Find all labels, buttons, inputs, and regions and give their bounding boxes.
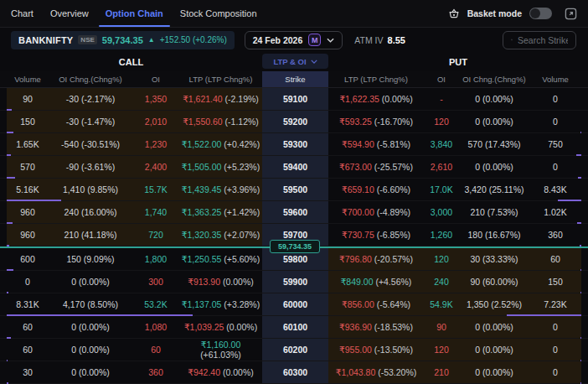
- expiry-selector[interactable]: 24 Feb 2026 M: [245, 31, 343, 49]
- put-oi-change: 0 (0.00%): [459, 345, 529, 355]
- call-oi-change: -90 (-3.61%): [49, 162, 132, 172]
- strike-cell: 59900: [262, 271, 328, 293]
- put-oi-change: 90 (60.00%): [459, 277, 529, 287]
- instrument-chip[interactable]: BANKNIFTY NSE 59,734.35 ▲ +152.50 (+0.26…: [11, 31, 235, 49]
- expand-icon[interactable]: [565, 8, 577, 20]
- strike-cell: 59100: [262, 88, 328, 110]
- put-ltp: ₹1,043.80 (-53.20%): [328, 367, 424, 377]
- put-oi-change: 1,350 (2.52%): [459, 299, 529, 309]
- col-call-oi-chng: OI Chng.(Chng%): [49, 75, 132, 84]
- call-section-title: CALL: [0, 52, 262, 71]
- table-row[interactable]: 960240 (16.00%)1,740₹1,363.25 (+1.42%)59…: [0, 201, 588, 224]
- mode-select-value: LTP & OI: [273, 57, 306, 66]
- put-volume: 360: [529, 230, 581, 240]
- put-volume: 7.23K: [529, 299, 581, 309]
- call-ltp: ₹1,505.00 (+5.23%): [179, 162, 262, 172]
- put-ltp: ₹594.90 (-5.81%): [328, 139, 424, 149]
- put-oi: 210: [424, 367, 459, 377]
- call-volume: 960: [7, 230, 49, 240]
- strike-cell: 59200: [262, 111, 328, 132]
- call-oi: 1,800: [132, 254, 179, 264]
- call-oi-change: 0 (0.00%): [49, 277, 132, 287]
- put-oi: 120: [424, 117, 459, 127]
- table-row[interactable]: 300 (0.00%)360₹942.40 (0.00%)60300₹1,043…: [0, 361, 588, 384]
- call-ltp: ₹1,039.25 (0.00%): [179, 322, 262, 332]
- strike-cell: 60200: [262, 339, 328, 361]
- put-oi-change: 0 (0.00%): [459, 162, 529, 172]
- spot-price: 59,734.35: [102, 35, 143, 45]
- put-oi-bar: [558, 200, 581, 201]
- table-row[interactable]: 600 (0.00%)1,080₹1,039.25 (0.00%)60100₹9…: [0, 316, 588, 339]
- monthly-badge: M: [308, 34, 321, 46]
- put-section-title: PUT: [328, 52, 588, 71]
- table-row[interactable]: 150-30 (-1.47%)2,010₹1,550.60 (-1.12%)59…: [0, 111, 588, 133]
- table-row[interactable]: 570-90 (-3.61%)2,400₹1,505.00 (+5.23%)59…: [0, 156, 588, 179]
- call-volume: 960: [7, 207, 49, 217]
- put-volume: 0: [529, 367, 581, 377]
- tab-option-chain[interactable]: Option Chain: [106, 0, 163, 27]
- call-ltp: ₹1,160.00 (+61.03%): [179, 340, 262, 360]
- col-call-volume: Volume: [7, 75, 49, 84]
- call-oi-change: -30 (-1.47%): [49, 117, 132, 127]
- put-oi: 3,840: [424, 139, 459, 149]
- put-oi-bar: [580, 269, 581, 271]
- put-oi-bar: [580, 292, 581, 293]
- strike-cell: 60100: [262, 316, 328, 338]
- call-volume: 570: [7, 162, 49, 172]
- call-ltp: ₹1,621.40 (-2.19%): [179, 94, 262, 104]
- put-volume: 0: [529, 117, 581, 127]
- toolbar: BANKNIFTY NSE 59,734.35 ▲ +152.50 (+0.26…: [0, 28, 588, 52]
- put-ltp: ₹700.00 (-4.89%): [328, 207, 424, 217]
- col-call-ltp: LTP (LTP Chng%): [179, 75, 262, 84]
- put-oi-change: 0 (0.00%): [459, 322, 529, 332]
- put-oi-bar: [507, 314, 581, 316]
- basket-mode-toggle[interactable]: [529, 8, 552, 19]
- call-oi-change: 0 (0.00%): [49, 322, 132, 332]
- price-up-icon: ▲: [148, 36, 155, 44]
- search-strike-input[interactable]: [518, 35, 568, 45]
- strike-cell: 60000: [262, 293, 328, 315]
- price-change: +152.50 (+0.26%): [160, 35, 227, 44]
- put-oi-bar: [580, 132, 581, 133]
- put-oi-bar: [576, 154, 581, 156]
- strike-cell: 59400: [262, 156, 328, 178]
- exchange-badge: NSE: [78, 35, 96, 44]
- tab-stock-composition[interactable]: Stock Composition: [180, 0, 257, 27]
- tab-overview[interactable]: Overview: [50, 0, 89, 27]
- put-oi: 1,260: [424, 230, 459, 240]
- col-put-ltp: LTP (LTP Chng%): [328, 75, 424, 84]
- option-chain-app: Chart Overview Option Chain Stock Compos…: [0, 0, 588, 384]
- tab-chart[interactable]: Chart: [11, 0, 34, 27]
- put-oi: -: [424, 94, 459, 104]
- col-put-volume: Volume: [529, 75, 581, 84]
- table-row[interactable]: 1.65K-540 (-30.51%)1,230₹1,522.00 (+0.42…: [0, 133, 588, 156]
- call-oi-change: 4,170 (8.50%): [49, 299, 132, 309]
- table-row[interactable]: 600 (0.00%)60₹1,160.00 (+61.03%)60200₹95…: [0, 339, 588, 361]
- mode-select[interactable]: LTP & OI: [262, 54, 328, 69]
- call-volume: 5.16K: [7, 184, 49, 195]
- col-call-oi: OI: [132, 75, 179, 84]
- strike-cell: 60300: [262, 361, 328, 383]
- call-oi-bar: [7, 177, 15, 179]
- call-oi-change: 0 (0.00%): [49, 367, 132, 377]
- section-header: CALL LTP & OI PUT: [0, 52, 588, 71]
- table-row[interactable]: 90-30 (-2.17%)1,350₹1,621.40 (-2.19%)591…: [0, 88, 588, 111]
- table-row[interactable]: 00 (0.00%)300₹913.90 (0.00%)59900₹849.00…: [0, 271, 588, 293]
- search-strike-box[interactable]: [503, 31, 576, 49]
- call-ltp: ₹1,250.55 (+5.60%): [179, 254, 262, 264]
- call-oi: 2,010: [132, 117, 179, 127]
- atm-iv-label: ATM IV: [354, 35, 383, 45]
- put-oi-bar: [578, 177, 581, 179]
- call-oi: 53.2K: [132, 299, 179, 309]
- put-oi: 54.9K: [424, 299, 459, 309]
- table-row[interactable]: 8.31K4,170 (8.50%)53.2K₹1,137.05 (+3.28%…: [0, 293, 588, 316]
- call-oi-change: 240 (16.00%): [49, 207, 132, 217]
- call-ltp: ₹1,522.00 (+0.42%): [179, 139, 262, 149]
- put-volume: 750: [529, 139, 581, 149]
- put-oi-change: 0 (0.00%): [459, 94, 529, 104]
- table-row[interactable]: 5.16K1,410 (9.85%)15.7K₹1,439.45 (+3.96%…: [0, 179, 588, 201]
- atm-iv: ATM IV 8.55: [354, 35, 405, 45]
- call-volume: 600: [7, 254, 49, 264]
- basket-icon: [448, 8, 460, 19]
- atm-iv-value: 8.55: [388, 35, 405, 45]
